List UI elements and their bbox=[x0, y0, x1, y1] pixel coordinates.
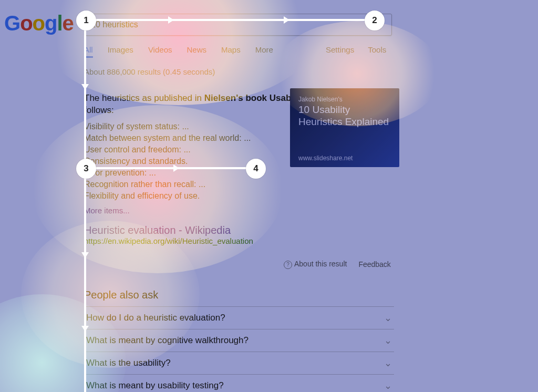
about-result-link[interactable]: ?About this result bbox=[284, 260, 347, 269]
featured-item: Recognition rather than recall: ... bbox=[84, 180, 394, 189]
paa-question-text: What is meant by cognitive walkthrough? bbox=[86, 335, 249, 346]
paa-question[interactable]: How do I do a heuristic evaluation? ⌄ bbox=[84, 306, 394, 329]
google-logo[interactable]: Google bbox=[4, 12, 74, 35]
paa-title: People also ask bbox=[84, 289, 394, 301]
knowledge-card-source: www.slideshare.net bbox=[298, 154, 353, 162]
search-tabs: All Images Videos News Maps More bbox=[84, 45, 273, 58]
tab-all[interactable]: All bbox=[84, 45, 93, 58]
serp-page: Google 10 heuristics All Images Videos N… bbox=[0, 0, 538, 392]
chevron-down-icon: ⌄ bbox=[384, 380, 392, 391]
search-tools: Settings Tools bbox=[326, 45, 386, 54]
paa-question-text: How do I do a heuristic evaluation? bbox=[86, 313, 225, 323]
paa-question[interactable]: What is meant by cognitive walkthrough? … bbox=[84, 329, 394, 352]
featured-heading-prefix: The heuristics as published in bbox=[84, 93, 204, 103]
search-query-text: 10 heuristics bbox=[91, 20, 138, 29]
settings-link[interactable]: Settings bbox=[326, 45, 354, 54]
knowledge-card[interactable]: Jakob Nielsen's 10 Usability Heuristics … bbox=[290, 88, 399, 167]
mic-icon[interactable] bbox=[376, 20, 385, 29]
search-input[interactable]: 10 heuristics bbox=[84, 14, 392, 36]
knowledge-card-title: 10 Usability Heuristics Explained bbox=[298, 104, 391, 128]
result-title-link[interactable]: Heuristic evaluation - Wikipedia bbox=[84, 224, 394, 236]
featured-item: Error prevention: ... bbox=[84, 168, 394, 178]
chevron-down-icon: ⌄ bbox=[384, 357, 392, 369]
paa-question[interactable]: What is meant by usability testing? ⌄ bbox=[84, 374, 394, 392]
tab-news[interactable]: News bbox=[187, 45, 206, 58]
tab-videos[interactable]: Videos bbox=[148, 45, 172, 58]
chevron-down-icon: ⌄ bbox=[384, 312, 392, 324]
featured-item: Flexibility and efficiency of use. bbox=[84, 191, 394, 201]
result-url[interactable]: https://en.wikipedia.org/wiki/Heuristic_… bbox=[84, 236, 394, 245]
paa-question-text: What is meant by usability testing? bbox=[86, 380, 224, 391]
about-result-row: ?About this result Feedback bbox=[284, 260, 391, 269]
paa-question-text: What is the usability? bbox=[86, 358, 171, 368]
tab-more[interactable]: More bbox=[255, 45, 273, 58]
tab-maps[interactable]: Maps bbox=[221, 45, 241, 58]
about-result-label: About this result bbox=[294, 260, 347, 268]
people-also-ask: People also ask How do I do a heuristic … bbox=[84, 289, 394, 392]
result-stats: About 886,000 results (0.45 seconds) bbox=[84, 67, 215, 76]
snippet-feedback-link[interactable]: Feedback bbox=[358, 260, 390, 269]
info-icon: ? bbox=[284, 261, 292, 269]
chevron-down-icon: ⌄ bbox=[384, 335, 392, 346]
featured-more-link[interactable]: More items... bbox=[84, 206, 394, 215]
paa-question[interactable]: What is the usability? ⌄ bbox=[84, 352, 394, 374]
knowledge-card-pretitle: Jakob Nielsen's bbox=[298, 96, 391, 103]
tab-images[interactable]: Images bbox=[108, 45, 133, 58]
svg-rect-0 bbox=[380, 27, 381, 28]
tools-link[interactable]: Tools bbox=[368, 45, 386, 54]
